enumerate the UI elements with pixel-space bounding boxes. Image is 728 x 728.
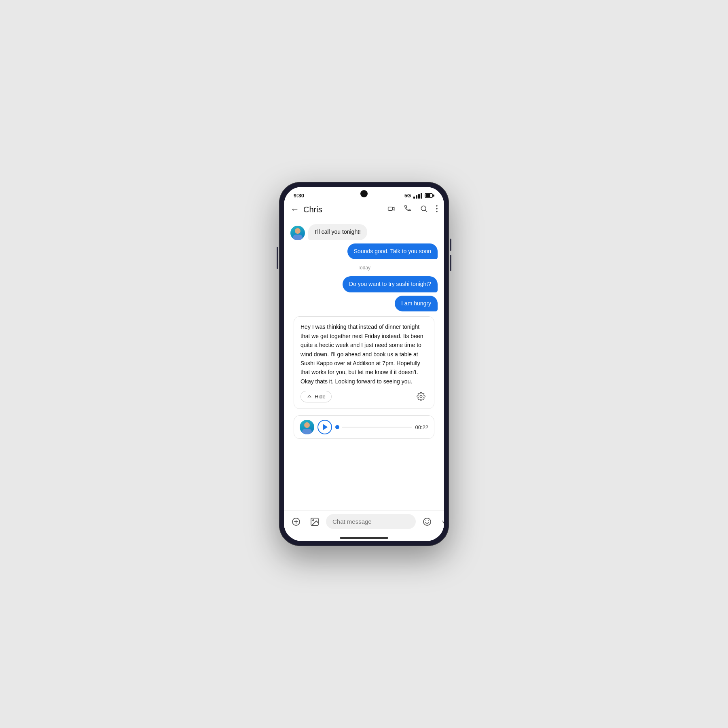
signal-bar-1 xyxy=(413,197,415,199)
message-bubble: I'll call you tonight! xyxy=(308,224,367,240)
search-icon[interactable] xyxy=(420,205,428,215)
svg-point-2 xyxy=(436,205,438,207)
input-bar xyxy=(284,510,444,537)
message-row: I'll call you tonight! xyxy=(290,224,438,240)
suggestion-actions: Hide xyxy=(301,390,427,403)
back-button[interactable]: ← xyxy=(290,204,299,215)
chat-input[interactable] xyxy=(326,514,416,529)
waveform-dot xyxy=(335,425,339,429)
avatar xyxy=(300,420,314,434)
svg-point-3 xyxy=(436,208,438,210)
signal-bar-3 xyxy=(418,194,420,199)
camera-notch-area xyxy=(360,190,368,197)
svg-rect-0 xyxy=(388,207,393,210)
status-bar: 9:30 5G xyxy=(284,187,444,201)
hide-button[interactable]: Hide xyxy=(301,391,332,402)
message-bubble: I am hungry xyxy=(395,296,438,312)
signal-bars xyxy=(413,193,422,199)
phone-screen: 9:30 5G xyxy=(284,187,444,541)
media-button[interactable] xyxy=(307,514,322,529)
battery-icon xyxy=(425,193,434,198)
svg-point-4 xyxy=(436,211,438,212)
chat-header: ← Chris xyxy=(284,201,444,219)
suggestion-text: Hey I was thinking that instead of dinne… xyxy=(301,322,427,386)
home-indicator[interactable] xyxy=(340,537,388,539)
svg-point-12 xyxy=(423,518,431,525)
volume-down-button[interactable] xyxy=(450,255,451,271)
phone-icon[interactable] xyxy=(404,205,412,215)
waveform xyxy=(335,425,412,429)
status-right: 5G xyxy=(404,193,434,199)
svg-point-11 xyxy=(313,520,314,521)
signal-bar-2 xyxy=(416,195,417,199)
volume-up-button[interactable] xyxy=(450,239,451,251)
microphone-button[interactable] xyxy=(438,514,444,529)
svg-point-6 xyxy=(420,395,422,398)
message-row: I am hungry xyxy=(290,296,438,312)
smart-reply-settings-button[interactable] xyxy=(415,390,427,403)
message-bubble: Do you want to try sushi tonight? xyxy=(343,276,438,292)
video-call-icon[interactable] xyxy=(387,205,396,215)
status-time: 9:30 xyxy=(294,193,304,199)
voice-duration: 00:22 xyxy=(415,424,428,430)
phone-frame: 9:30 5G xyxy=(279,182,449,546)
camera-notch xyxy=(360,190,368,197)
message-bubble: Sounds good. Talk to you soon xyxy=(347,243,438,260)
header-actions xyxy=(387,205,438,215)
smart-reply-box: Hey I was thinking that instead of dinne… xyxy=(294,316,434,409)
messages-area[interactable]: I'll call you tonight! Sounds good. Talk… xyxy=(284,219,444,510)
svg-point-1 xyxy=(421,206,426,211)
more-options-icon[interactable] xyxy=(436,205,438,215)
avatar xyxy=(290,226,305,240)
play-triangle-icon xyxy=(323,424,328,430)
emoji-button[interactable] xyxy=(420,514,434,529)
add-button[interactable] xyxy=(289,514,303,529)
message-row: Sounds good. Talk to you soon xyxy=(290,243,438,260)
play-button[interactable] xyxy=(317,420,332,434)
waveform-line xyxy=(342,427,412,427)
power-button[interactable] xyxy=(277,247,278,269)
date-divider: Today xyxy=(290,265,438,271)
network-label: 5G xyxy=(404,193,411,199)
contact-name: Chris xyxy=(303,205,387,214)
message-row: Do you want to try sushi tonight? xyxy=(290,276,438,292)
signal-bar-4 xyxy=(421,193,422,199)
voice-message-row: 00:22 xyxy=(294,415,434,439)
